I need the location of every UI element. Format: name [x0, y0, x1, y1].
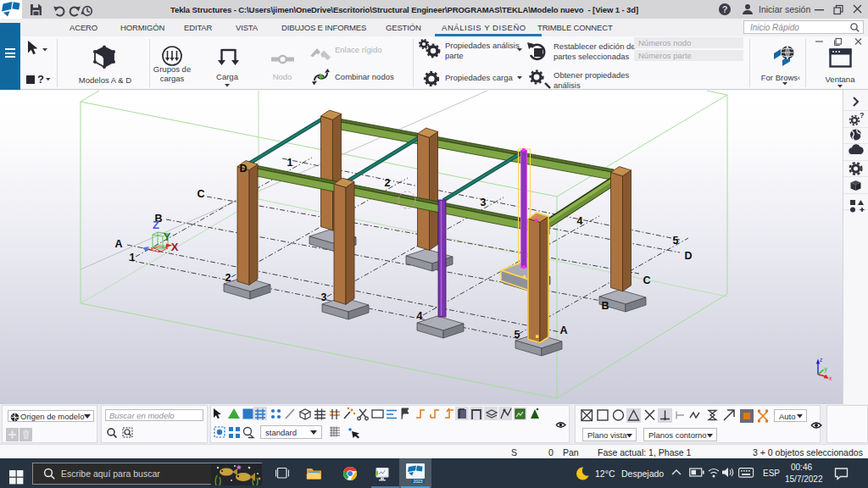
svg-text:y: y — [825, 366, 828, 373]
svg-text:3: 3 — [321, 291, 327, 303]
svg-text:X: X — [171, 241, 179, 253]
svg-text:4: 4 — [577, 215, 583, 227]
svg-text:z: z — [820, 357, 822, 363]
svg-text:C: C — [197, 188, 204, 200]
svg-text:3: 3 — [481, 197, 487, 208]
svg-text:B: B — [601, 300, 609, 312]
svg-text:1: 1 — [287, 157, 293, 169]
svg-text:2023: 2023 — [413, 479, 422, 484]
svg-text:x: x — [829, 375, 832, 381]
svg-text:?: ? — [722, 4, 728, 14]
svg-text:?: ? — [37, 73, 44, 86]
svg-text:2: 2 — [225, 272, 231, 284]
svg-text:D: D — [239, 163, 247, 175]
svg-text:D: D — [684, 250, 692, 262]
svg-text:4: 4 — [417, 310, 423, 322]
svg-text:1: 1 — [130, 252, 136, 263]
svg-text:Z: Z — [153, 219, 159, 231]
svg-text:A: A — [114, 238, 122, 250]
svg-text:Y: Y — [164, 230, 171, 243]
svg-text:5: 5 — [673, 235, 679, 247]
svg-text:?: ? — [860, 111, 865, 119]
svg-text:Iniciar sesión: Iniciar sesión — [759, 4, 810, 14]
svg-text:5: 5 — [515, 329, 520, 341]
svg-text:2: 2 — [385, 177, 391, 189]
svg-text:A: A — [559, 324, 567, 336]
svg-text:C: C — [643, 274, 650, 286]
